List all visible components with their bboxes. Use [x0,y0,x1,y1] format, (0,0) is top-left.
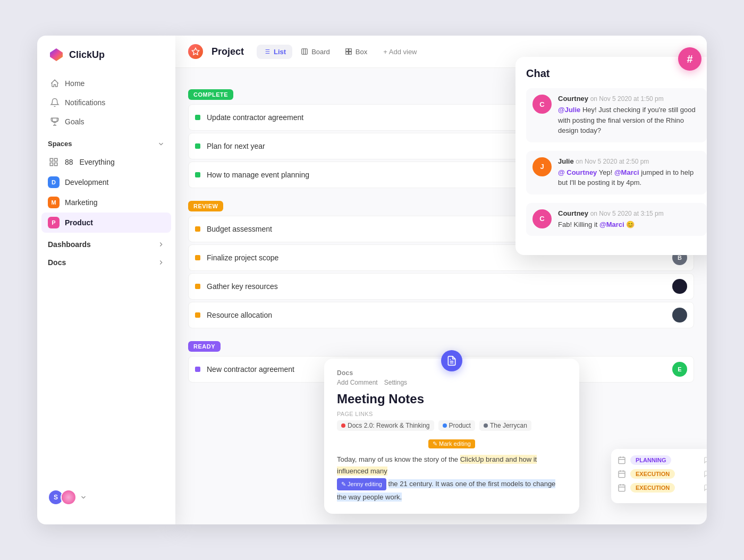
docs-section[interactable]: Docs [37,251,175,269]
chat-time: on Nov 5 2020 at 1:50 pm [590,95,664,103]
chat-message: J Julie on Nov 5 2020 at 2:50 pm @ Court… [526,151,707,194]
svg-rect-22 [619,471,625,478]
chat-hash-button[interactable]: # [678,47,701,71]
task-row[interactable]: Resource allocation [188,302,694,328]
sidebar-item-development-label: Development [65,178,109,186]
sidebar-item-goals[interactable]: Goals [44,112,169,131]
task-dot [195,226,200,232]
sidebar-item-everything-label: Everything [80,158,115,166]
sidebar-item-marketing-label: Marketing [65,198,97,207]
chat-text: @ Courtney Yep! @Marci jumped in to help… [558,167,700,188]
docs-body-text1: Today, many of us know the story of the [337,455,460,463]
tab-box[interactable]: Box [339,45,374,59]
product-badge: P [48,217,60,228]
chat-meta: Courtney on Nov 5 2020 at 1:50 pm [558,95,700,103]
chat-body: Julie on Nov 5 2020 at 2:50 pm @ Courtne… [558,157,700,188]
page-link-dot [443,423,447,428]
task-dot [195,284,200,289]
tab-list[interactable]: List [257,45,292,59]
chat-meta: Julie on Nov 5 2020 at 2:50 pm [558,157,700,165]
chat-author: Courtney [558,209,588,217]
section-label-ready: READY [188,341,221,352]
sidebar-item-everything[interactable]: 88 Everything [41,152,171,172]
docs-title: Meeting Notes [337,392,567,406]
tag-execution-1: EXECUTION [630,469,675,479]
spaces-header: Spaces [37,131,175,152]
page-link[interactable]: Product [438,420,475,431]
sidebar-item-notifications-label: Notifications [65,98,105,107]
sidebar-item-home[interactable]: Home [44,74,169,93]
trophy-icon [50,117,60,126]
add-comment-btn[interactable]: Add Comment [337,379,378,386]
nav-menu: Home Notifications Goals [37,74,175,131]
jenny-editing-badge: ✎ Jenny editing [337,478,386,490]
chat-body: Courtney on Nov 5 2020 at 3:15 pm Fab! K… [558,209,700,230]
chat-meta: Courtney on Nov 5 2020 at 3:15 pm [558,209,700,217]
chat-message: C Courtney on Nov 5 2020 at 3:15 pm Fab!… [526,203,707,236]
svg-rect-16 [346,52,349,55]
tab-list-label: List [274,48,286,56]
svg-rect-1 [55,158,57,161]
tab-board-label: Board [311,48,330,56]
docs-panel: Docs Add Comment Settings Meeting Notes … [324,359,579,514]
mention: @Marci [614,168,639,176]
chat-author: Courtney [558,95,588,103]
mark-editing-badge: ✎ Mark editing [428,439,475,448]
page-link[interactable]: Docs 2.0: Rework & Thinking [337,420,434,431]
task-avatar [672,308,687,323]
sidebar-item-product[interactable]: P Product [41,213,171,233]
user-area[interactable]: S [37,481,175,514]
calendar-icon [618,470,626,478]
task-dot [195,255,200,260]
svg-rect-17 [349,52,351,55]
chat-text: @Julie Hey! Just checking if you're stil… [558,105,700,136]
task-dot [195,312,200,318]
svg-rect-18 [619,457,625,464]
task-avatar: E [672,362,687,377]
view-tabs: List Board Box + Add view [257,45,422,59]
dashboards-label: Dashboards [48,240,91,249]
sidebar-item-notifications[interactable]: Notifications [44,93,169,112]
settings-btn[interactable]: Settings [384,379,407,386]
task-dot [195,143,200,149]
page-link[interactable]: The Jerrycan [479,420,531,431]
chat-avatar: J [532,157,552,176]
box-icon [345,48,352,55]
docs-floating-button[interactable] [441,350,462,371]
mention: @Julie [558,106,580,114]
sidebar-item-marketing[interactable]: M Marketing [41,192,171,213]
list-icon [263,48,270,55]
chat-panel: # Chat C Courtney on Nov 5 2020 at 1:50 … [515,57,707,255]
chat-time: on Nov 5 2020 at 3:15 pm [590,210,664,217]
mention: @ Courtney [558,168,597,176]
chevron-right-icon2 [157,259,165,266]
chat-title: Chat [526,67,707,80]
task-row[interactable]: Gather key resources [188,273,694,300]
logo: ClickUp [37,46,175,74]
docs-body: Today, many of us know the story of the … [337,454,567,503]
hash-symbol: # [687,53,692,65]
comment-icon [704,470,707,478]
mention: @Marci [599,220,624,228]
chat-avatar: C [532,95,552,114]
tag-row: EXECUTION [618,483,707,493]
section-label-complete: COMPLETE [188,89,233,100]
comment-icon [704,484,707,491]
svg-rect-14 [346,49,349,52]
chat-text: Fab! Killing it @Marci 😊 [558,219,700,230]
add-view-button[interactable]: + Add view [378,45,422,59]
section-label-review: REVIEW [188,201,223,211]
svg-rect-2 [50,163,53,166]
sidebar-item-goals-label: Goals [65,117,84,126]
svg-marker-4 [192,48,199,55]
dashboards-section[interactable]: Dashboards [37,233,175,251]
avatar-photo [61,489,77,505]
sidebar-item-product-label: Product [65,218,93,227]
svg-rect-11 [302,49,308,55]
page-link-dot [484,423,488,428]
tab-board[interactable]: Board [294,45,336,59]
chevron-right-icon [157,241,165,248]
sidebar-item-development[interactable]: D Development [41,172,171,192]
page-link-label: Docs 2.0: Rework & Thinking [348,422,430,429]
calendar-icon [618,483,626,492]
